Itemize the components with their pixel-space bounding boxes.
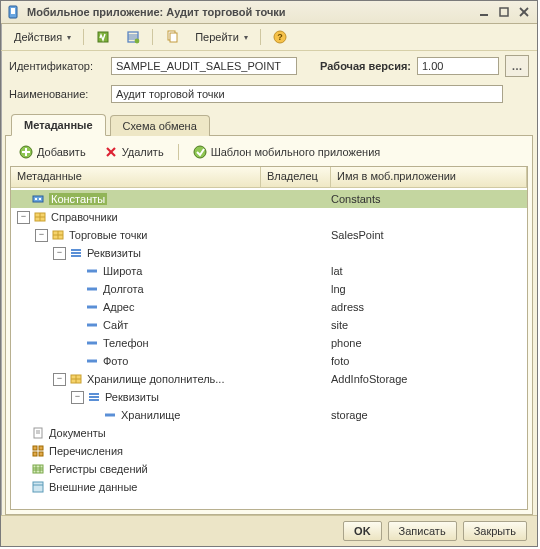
ref-icon [33, 211, 47, 223]
tree-label: Торговые точки [69, 229, 147, 241]
expander-placeholder [71, 356, 82, 367]
enum-icon [31, 445, 45, 457]
attr-icon [85, 355, 99, 367]
tree-label: Регистры сведений [49, 463, 148, 475]
tree-row[interactable]: Документы [11, 424, 527, 442]
svg-rect-3 [500, 8, 508, 16]
copy-icon[interactable] [158, 26, 186, 48]
tree-row[interactable]: −Хранилище дополнитель...AddInfoStorage [11, 370, 527, 388]
tree-row[interactable]: Сайтsite [11, 316, 527, 334]
add-button[interactable]: Добавить [12, 141, 93, 163]
collapse-icon[interactable]: − [53, 247, 66, 260]
tree-row[interactable]: Регистры сведений [11, 460, 527, 478]
doc-icon [31, 427, 45, 439]
tree-label: Константы [49, 193, 107, 205]
tree-row[interactable]: Внешние данные [11, 478, 527, 496]
svg-rect-50 [33, 446, 37, 450]
tree-label: Хранилище [121, 409, 180, 421]
tree-app-name: AddInfoStorage [329, 373, 527, 385]
close-button[interactable] [517, 5, 531, 19]
tree-row[interactable]: −Реквизиты [11, 244, 527, 262]
actions-menu[interactable]: Действия▾ [7, 26, 78, 48]
tree-row[interactable]: Фотоfoto [11, 352, 527, 370]
tree-label: Документы [49, 427, 106, 439]
go-menu[interactable]: Перейти▾ [188, 26, 255, 48]
attr-icon [85, 319, 99, 331]
expander-placeholder [89, 410, 100, 421]
attr-icon [85, 337, 99, 349]
write-button[interactable]: Записать [388, 521, 457, 541]
main-toolbar: Действия▾ Перейти▾ ? [1, 24, 537, 51]
tree-row[interactable]: Перечисления [11, 442, 527, 460]
svg-rect-24 [39, 198, 41, 200]
tab-metadata[interactable]: Метаданные [11, 114, 106, 136]
svg-rect-51 [39, 446, 43, 450]
expander-placeholder [71, 284, 82, 295]
tree-label: Фото [103, 355, 128, 367]
tree-app-name: lat [329, 265, 527, 277]
col-owner[interactable]: Владелец [261, 167, 331, 187]
maximize-button[interactable] [497, 5, 511, 19]
footer: OK Записать Закрыть [1, 515, 537, 546]
expander-placeholder [71, 302, 82, 313]
expander-placeholder [17, 464, 28, 475]
window-title: Мобильное приложение: Аудит торговой точ… [27, 6, 477, 18]
tree-label: Хранилище дополнитель... [87, 373, 224, 385]
identifier-input[interactable] [111, 57, 297, 75]
help-icon[interactable]: ? [266, 26, 294, 48]
save-icon[interactable] [119, 26, 147, 48]
app-icon [7, 5, 21, 19]
tree-app-name: SalesPoint [329, 229, 527, 241]
collapse-icon[interactable]: − [17, 211, 30, 224]
template-button[interactable]: Шаблон мобильного приложения [186, 141, 388, 163]
name-input[interactable] [111, 85, 503, 103]
table-header: Метаданные Владелец Имя в моб.приложении [11, 167, 527, 188]
version-input[interactable] [417, 57, 499, 75]
collapse-icon[interactable]: − [35, 229, 48, 242]
svg-rect-13 [170, 33, 177, 42]
ref-icon [69, 373, 83, 385]
tree-row[interactable]: Долготаlng [11, 280, 527, 298]
delete-button[interactable]: Удалить [97, 141, 171, 163]
tree-row[interactable]: КонстантыConstants [11, 190, 527, 208]
expander-placeholder [17, 482, 28, 493]
tree-row[interactable]: Хранилищеstorage [11, 406, 527, 424]
tree-row[interactable]: −Справочники [11, 208, 527, 226]
collapse-icon[interactable]: − [71, 391, 84, 404]
expander-placeholder [17, 428, 28, 439]
tree-row[interactable]: −Торговые точкиSalesPoint [11, 226, 527, 244]
reg-icon [31, 463, 45, 475]
col-app-name[interactable]: Имя в моб.приложении [331, 167, 527, 187]
tree-row[interactable]: −Реквизиты [11, 388, 527, 406]
attr-icon [85, 301, 99, 313]
version-picker-button[interactable] [505, 55, 529, 77]
name-label: Наименование: [9, 88, 105, 100]
collapse-icon[interactable]: − [53, 373, 66, 386]
tab-exchange-scheme[interactable]: Схема обмена [110, 115, 210, 136]
tree-app-name: Constants [329, 193, 527, 205]
svg-rect-22 [33, 196, 43, 202]
tree-app-name: foto [329, 355, 527, 367]
minimize-button[interactable] [477, 5, 491, 19]
const-icon [31, 193, 45, 205]
tree-row[interactable]: Телефонphone [11, 334, 527, 352]
svg-point-11 [135, 39, 140, 44]
close-footer-button[interactable]: Закрыть [463, 521, 527, 541]
save-and-close-icon[interactable] [89, 26, 117, 48]
svg-rect-1 [11, 8, 15, 14]
inner-toolbar: Добавить Удалить Шаблон мобильного прило… [10, 140, 528, 164]
tree-row[interactable]: Широтаlat [11, 262, 527, 280]
svg-rect-53 [39, 452, 43, 456]
tree-label: Перечисления [49, 445, 123, 457]
metadata-table[interactable]: Метаданные Владелец Имя в моб.приложении… [10, 166, 528, 510]
tree-label: Адрес [103, 301, 135, 313]
tree-label: Телефон [103, 337, 149, 349]
tree-app-name: storage [329, 409, 527, 421]
expander-placeholder [71, 266, 82, 277]
expander-placeholder [71, 338, 82, 349]
col-metadata[interactable]: Метаданные [11, 167, 261, 187]
tree-row[interactable]: Адресadress [11, 298, 527, 316]
ok-button[interactable]: OK [343, 521, 382, 541]
tree-label: Справочники [51, 211, 118, 223]
attr-icon [85, 283, 99, 295]
